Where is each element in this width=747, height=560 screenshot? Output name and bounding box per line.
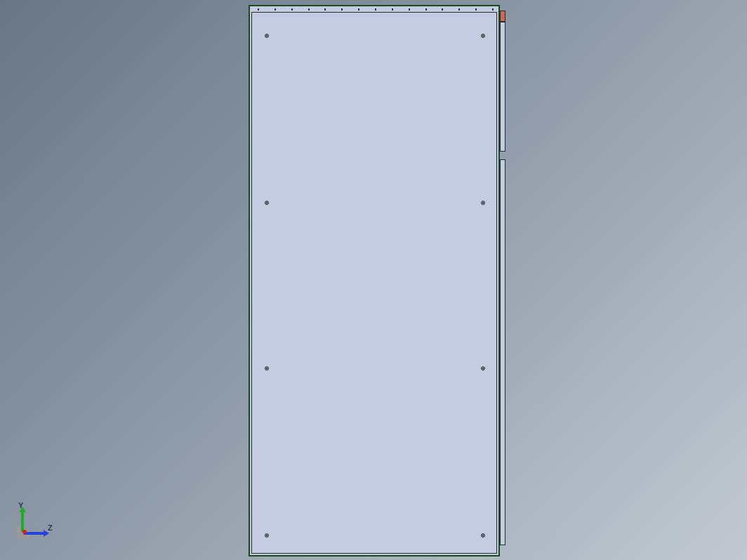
edge-mark <box>308 8 310 11</box>
screw-hole[interactable] <box>481 533 485 538</box>
edge-mark <box>409 8 410 11</box>
edge-mark <box>258 8 259 11</box>
edge-mark <box>375 8 376 11</box>
edge-mark <box>442 8 443 11</box>
edge-mark <box>458 8 460 11</box>
edge-mark <box>492 8 494 11</box>
top-edge-marks <box>250 6 501 12</box>
cad-3d-viewport[interactable]: Y Z <box>0 0 747 560</box>
edge-mark <box>291 8 293 11</box>
screw-hole[interactable] <box>481 201 485 205</box>
edge-mark <box>324 8 326 11</box>
screw-hole[interactable] <box>265 34 269 38</box>
z-axis-icon <box>24 532 45 535</box>
main-panel-face[interactable] <box>251 12 497 554</box>
model-assembly[interactable] <box>249 5 508 556</box>
edge-mark <box>392 8 393 11</box>
screw-hole[interactable] <box>265 533 269 538</box>
screw-hole[interactable] <box>481 34 485 38</box>
edge-mark <box>425 8 427 11</box>
edge-mark <box>275 8 276 11</box>
edge-mark <box>358 8 359 11</box>
x-axis-icon <box>22 530 27 534</box>
coordinate-axis-triad[interactable]: Y Z <box>17 497 59 539</box>
side-panel-upper[interactable] <box>500 22 505 152</box>
edge-mark <box>475 8 477 11</box>
edge-mark <box>341 8 343 11</box>
screw-hole[interactable] <box>481 366 485 371</box>
y-axis-icon <box>21 511 24 532</box>
screw-hole[interactable] <box>265 201 269 205</box>
screw-hole[interactable] <box>265 366 269 371</box>
side-panel-lower[interactable] <box>500 159 505 545</box>
accent-tab[interactable] <box>500 11 505 22</box>
